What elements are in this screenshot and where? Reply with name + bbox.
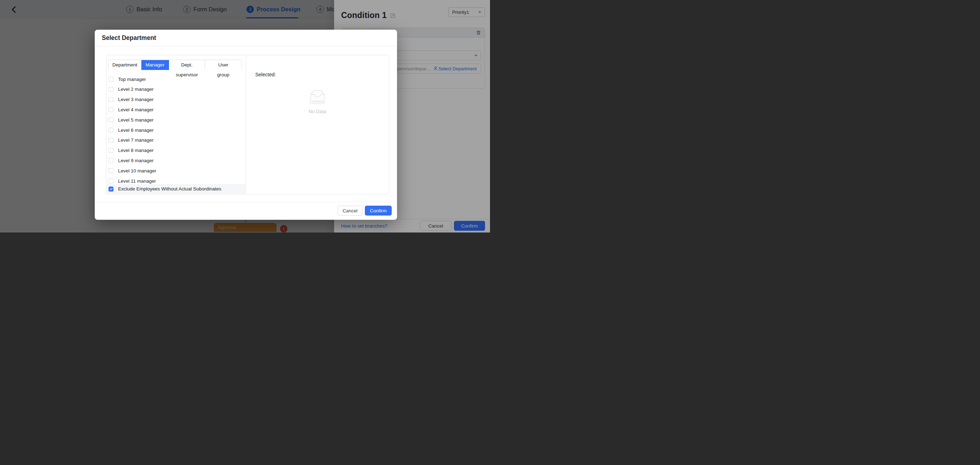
checkbox-unchecked-icon[interactable]	[108, 117, 113, 122]
option-label: Top manager	[118, 77, 146, 82]
tab-label-line: Dept.	[169, 60, 205, 70]
option-label: Level 8 manager	[118, 148, 154, 153]
selected-label: Selected:	[255, 72, 276, 78]
exclude-subordinates-row[interactable]: Exclude Employees Without Actual Subordi…	[107, 184, 245, 194]
option-row-level-4-manager[interactable]: Level 4 manager	[107, 105, 245, 114]
checkbox-checked-icon[interactable]	[108, 187, 113, 192]
tab-dept-supervisor[interactable]: Dept.supervisor	[169, 60, 205, 70]
option-row-level-6-manager[interactable]: Level 6 manager	[107, 125, 245, 135]
option-label: Level 10 manager	[118, 168, 156, 173]
checkbox-unchecked-icon[interactable]	[108, 178, 113, 183]
tab-label-line: User	[205, 60, 242, 70]
option-row-level-7-manager[interactable]: Level 7 manager	[107, 135, 245, 145]
checkbox-unchecked-icon[interactable]	[108, 107, 113, 112]
modal-header: Select Department	[95, 30, 397, 46]
option-label: Level 9 manager	[118, 158, 154, 163]
checkbox-unchecked-icon[interactable]	[108, 97, 113, 102]
option-row-level-2-manager[interactable]: Level 2 manager	[107, 84, 245, 94]
empty-state: No Data	[246, 87, 389, 114]
tab-user-group[interactable]: Usergroup	[205, 60, 242, 70]
select-department-modal: Select Department DepartmentManagerDept.…	[95, 30, 397, 220]
empty-inbox-icon	[246, 87, 389, 105]
pane-divider	[246, 55, 246, 194]
option-row-level-8-manager[interactable]: Level 8 manager	[107, 146, 245, 156]
option-row-level-9-manager[interactable]: Level 9 manager	[107, 156, 245, 165]
modal-confirm-button[interactable]: Confirm	[365, 206, 392, 216]
option-label: Level 7 manager	[118, 138, 154, 143]
checkbox-unchecked-icon[interactable]	[108, 158, 113, 163]
option-label: Level 2 manager	[118, 87, 154, 92]
tab-department[interactable]: Department	[108, 60, 142, 70]
option-label: Level 5 manager	[118, 117, 154, 122]
exclude-subordinates-label: Exclude Employees Without Actual Subordi…	[118, 186, 221, 192]
option-row-level-5-manager[interactable]: Level 5 manager	[107, 115, 245, 125]
checkbox-unchecked-icon[interactable]	[108, 168, 113, 173]
modal-cancel-button[interactable]: Cancel	[337, 206, 363, 216]
picker-tabs: DepartmentManagerDept.supervisorUsergrou…	[108, 60, 242, 70]
empty-text: No Data	[246, 109, 389, 114]
option-label: Level 3 manager	[118, 97, 154, 102]
picker-box: DepartmentManagerDept.supervisorUsergrou…	[106, 55, 389, 194]
option-label: Level 11 manager	[118, 178, 156, 184]
tab-manager[interactable]: Manager	[142, 60, 169, 70]
option-row-level-10-manager[interactable]: Level 10 manager	[107, 166, 245, 176]
option-label: Level 4 manager	[118, 107, 154, 113]
tab-label-line: Department	[108, 60, 141, 70]
approval-flow-designer: 1Basic Info2Form Design3Process Design4M…	[0, 0, 490, 233]
option-row-level-3-manager[interactable]: Level 3 manager	[107, 95, 245, 105]
modal-title: Select Department	[102, 34, 156, 42]
checkbox-unchecked-icon[interactable]	[108, 127, 113, 132]
option-row-top-manager[interactable]: Top manager	[107, 74, 245, 84]
checkbox-unchecked-icon[interactable]	[108, 138, 113, 143]
tab-label-line: Manager	[142, 60, 169, 70]
option-label: Level 6 manager	[118, 127, 154, 133]
checkbox-unchecked-icon[interactable]	[108, 77, 113, 82]
modal-footer: Cancel Confirm	[95, 202, 397, 220]
checkbox-unchecked-icon[interactable]	[108, 148, 113, 153]
checkbox-unchecked-icon[interactable]	[108, 87, 113, 92]
